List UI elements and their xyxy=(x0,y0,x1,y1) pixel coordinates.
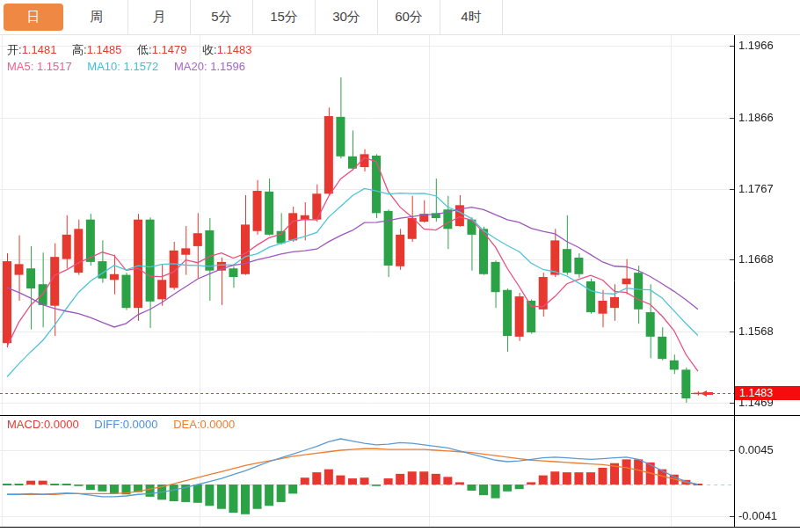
ma10-readout: MA10: 1.1572 xyxy=(87,60,158,73)
candlestick-macd-chart[interactable] xyxy=(0,35,800,532)
axis-tick-label: 1.1966 xyxy=(738,39,774,52)
tab-day[interactable]: 日 xyxy=(4,4,63,31)
axis-tick-label: 1.1767 xyxy=(738,182,774,195)
ma20-readout: MA20: 1.1596 xyxy=(174,60,245,73)
tab-5min[interactable]: 5分 xyxy=(191,0,253,34)
ohlc-legend: 开:1.1481 高:1.1485 低:1.1479 收:1.1483 xyxy=(7,42,264,58)
axis-tick-label: 1.1866 xyxy=(738,111,774,124)
timeframe-tabbar: 日 周 月 5分 15分 30分 60分 4时 xyxy=(0,0,800,35)
macd-legend: MACD:0.0000 DIFF:0.0000 DEA:0.0000 xyxy=(7,418,247,431)
tab-15min[interactable]: 15分 xyxy=(253,0,316,34)
tab-week[interactable]: 周 xyxy=(66,0,128,34)
tab-month[interactable]: 月 xyxy=(128,0,191,34)
axis-tick-label: 0.0045 xyxy=(738,443,774,456)
current-price-badge: 1.1483 xyxy=(735,386,800,400)
dea-readout: DEA:0.0000 xyxy=(173,418,235,431)
ma5-readout: MA5: 1.1517 xyxy=(7,60,72,73)
close-readout: 收:1.1483 xyxy=(202,43,251,56)
high-readout: 高:1.1485 xyxy=(72,43,121,56)
low-readout: 低:1.1479 xyxy=(137,43,186,56)
tab-30min[interactable]: 30分 xyxy=(316,0,378,34)
tab-4hour[interactable]: 4时 xyxy=(440,0,503,34)
axis-tick-label: 1.1668 xyxy=(738,252,774,266)
diff-readout: DIFF:0.0000 xyxy=(94,418,157,431)
macd-readout: MACD:0.0000 xyxy=(7,418,79,431)
open-readout: 开:1.1481 xyxy=(7,43,56,56)
axis-tick-label: -0.0041 xyxy=(738,509,777,522)
axis-tick-label: 1.1568 xyxy=(738,324,774,338)
tab-60min[interactable]: 60分 xyxy=(378,0,440,34)
trading-chart-app: 日 周 月 5分 15分 30分 60分 4时 开:1.1481 高:1.148… xyxy=(0,0,800,532)
ma-legend: MA5: 1.1517 MA10: 1.1572 MA20: 1.1596 xyxy=(7,60,258,73)
